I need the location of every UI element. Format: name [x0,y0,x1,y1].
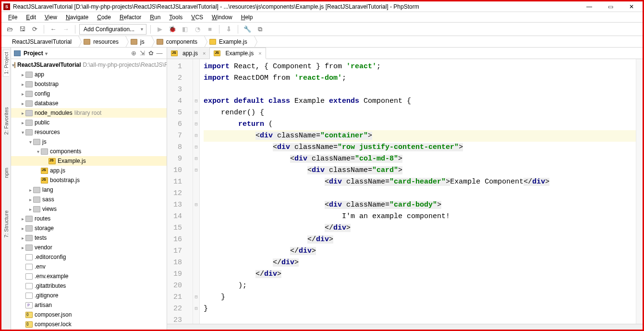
tool-window-button[interactable]: 7: Structure [3,208,9,240]
tree-node[interactable]: components [11,147,167,156]
tree-node[interactable]: vendor [11,243,167,252]
tree-node[interactable]: Example.js [11,156,167,166]
tree-node[interactable]: .env [11,262,167,271]
tree-node[interactable]: storage [11,223,167,233]
menu-refactor[interactable]: Refactor [116,13,145,22]
tool-window-button[interactable]: npm [3,166,9,180]
project-icon [14,50,21,56]
tree-node[interactable]: composer.lock [11,319,167,329]
tree-node[interactable]: routes [11,214,167,223]
project-panel-header: Project ⊕ ⇲ ✿ — [11,48,167,59]
tree-node[interactable]: js [11,137,167,147]
tree-node[interactable]: .editorconfig [11,252,167,262]
close-tab-icon[interactable]: × [258,50,261,56]
tree-node[interactable]: database [11,98,167,108]
fold-gutter[interactable]: ⊟⊟⊟⊟⊟⊟⊟⊟⊟⊟ [193,59,200,324]
tool-window-button[interactable]: 1: Project [3,49,9,76]
left-tool-strip: 1: Project2: Favoritesnpm7: Structure [1,48,11,330]
menu-view[interactable]: View [41,13,61,22]
editor-tabs: app.js×Example.js× [167,48,643,59]
menu-tools[interactable]: Tools [165,13,186,22]
structure-icon[interactable]: ⧉ [255,24,265,35]
menu-window[interactable]: Window [208,13,236,22]
app-icon: S [3,3,10,10]
profile-icon[interactable]: ◔ [192,24,203,35]
window-title: ReactJSLaravelTutorial [D:\all-my-php-pr… [13,3,583,10]
main-toolbar: 🗁 🖫 ⟳ ← → Add Configuration... ▶ 🐞 ◧ ◔ ■… [1,23,643,36]
menu-help[interactable]: Help [237,13,257,22]
toolbar-separator [44,25,44,34]
coverage-icon[interactable]: ◧ [180,24,190,35]
window-close-button[interactable]: ✕ [625,3,638,10]
toolbar-separator [150,25,151,34]
breadcrumb-item[interactable]: js [126,36,152,47]
tree-node[interactable]: bootstrap [11,79,167,89]
tree-node[interactable]: .gitattributes [11,281,167,291]
navigation-breadcrumbs: ReactJSLaravelTutorialresourcesjscompone… [1,36,643,48]
save-icon[interactable]: 🖫 [17,24,27,35]
toolbar-separator [238,25,238,34]
line-number-gutter[interactable]: 1234567891011121314151617181920212223 [167,59,193,324]
tree-node[interactable]: sass [11,195,167,204]
menu-code[interactable]: Code [93,13,115,22]
forward-icon[interactable]: → [61,24,71,35]
hide-panel-icon[interactable]: — [155,49,164,57]
window-minimize-button[interactable]: — [583,3,595,10]
run-icon[interactable]: ▶ [155,24,165,35]
open-icon[interactable]: 🗁 [4,24,15,35]
window-maximize-button[interactable]: ▭ [604,3,617,10]
collapse-icon[interactable]: ⇲ [138,49,146,57]
tree-node[interactable]: app [11,70,167,79]
back-icon[interactable]: ← [48,24,59,35]
tree-node[interactable]: lang [11,185,167,195]
breadcrumb-item[interactable]: components [152,36,205,47]
tree-node[interactable]: composer.json [11,310,167,319]
window-titlebar: S ReactJSLaravelTutorial [D:\all-my-php-… [1,1,643,12]
menu-file[interactable]: File [4,13,21,22]
settings-icon[interactable]: 🔧 [242,24,253,35]
breadcrumb-item[interactable]: ReactJSLaravelTutorial [1,36,79,47]
menu-run[interactable]: Run [146,13,164,22]
tree-node[interactable]: views [11,204,167,214]
toolbar-separator [75,25,75,34]
tree-node[interactable]: .env.example [11,271,167,281]
tree-node[interactable]: node_moduleslibrary root [11,108,167,118]
editor-right-gutter [636,59,643,324]
locate-icon[interactable]: ⊕ [129,49,138,57]
project-tool-window: Project ⊕ ⇲ ✿ — ReactJSLaravelTutorialD:… [11,48,167,330]
tree-node[interactable]: public [11,118,167,127]
refresh-icon[interactable]: ⟳ [29,24,40,35]
menu-edit[interactable]: Edit [22,13,40,22]
tree-root[interactable]: ReactJSLaravelTutorialD:\all-my-php-proj… [11,60,167,70]
tool-window-button[interactable]: 2: Favorites [3,105,9,136]
breadcrumb-item[interactable]: Example.js [205,36,255,47]
js-file-icon [214,50,220,56]
editor-area: app.js×Example.js× 123456789101112131415… [167,48,643,330]
main-menu-bar: FileEditViewNavigateCodeRefactorRunTools… [1,12,643,23]
tree-node[interactable]: .gitignore [11,291,167,300]
vcs-update-icon[interactable]: ⇩ [223,24,234,35]
run-configuration-select[interactable]: Add Configuration... [79,24,146,35]
menu-vcs[interactable]: VCS [187,13,207,22]
tree-node[interactable]: artisan [11,300,167,310]
js-file-icon [171,50,178,56]
tree-node[interactable]: config [11,89,167,98]
tree-node[interactable]: tests [11,233,167,243]
breadcrumb-item[interactable]: resources [79,36,126,47]
editor-tab[interactable]: app.js× [167,48,210,59]
close-tab-icon[interactable]: × [203,50,206,56]
code-editor[interactable]: import React, { Component } from 'react'… [200,59,636,324]
debug-icon[interactable]: 🐞 [167,24,178,35]
project-view-selector[interactable]: Project [24,50,129,57]
stop-icon[interactable]: ■ [205,24,215,35]
toolbar-separator [219,25,219,34]
menu-navigate[interactable]: Navigate [62,13,92,22]
editor-tab[interactable]: Example.js× [210,48,266,59]
project-tree[interactable]: ReactJSLaravelTutorialD:\all-my-php-proj… [11,59,167,330]
horizontal-scrollbar[interactable] [167,324,643,330]
tree-node[interactable]: resources [11,127,167,137]
tree-node[interactable]: bootstrap.js [11,175,167,185]
settings-gear-icon[interactable]: ✿ [146,49,155,57]
tree-node[interactable]: app.js [11,166,167,175]
